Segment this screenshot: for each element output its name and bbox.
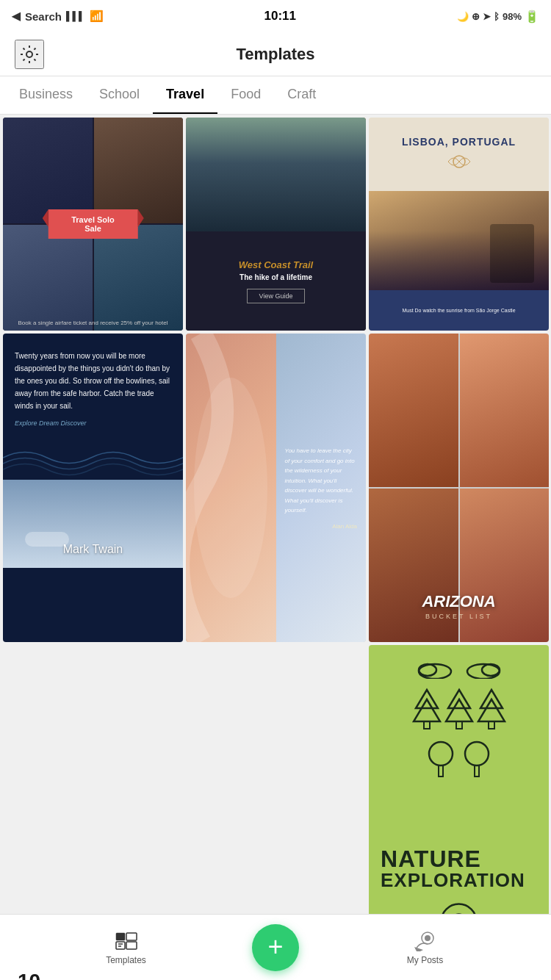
- battery-icon: 🔋: [525, 10, 539, 24]
- app-header: Templates: [0, 32, 551, 76]
- card-6-title: ARIZONA: [369, 592, 549, 611]
- status-search-label: Search: [25, 10, 62, 23]
- content-area: Travel Solo Sale Book a single airfare t…: [0, 115, 551, 980]
- create-fab[interactable]: +: [252, 924, 299, 971]
- tab-business[interactable]: Business: [6, 76, 86, 115]
- svg-marker-52: [414, 947, 423, 951]
- category-tabs: Business School Travel Food Craft: [0, 76, 551, 115]
- bushy-tree-icons: [381, 738, 537, 778]
- card-4-quote: Twenty years from now you will be more d…: [15, 350, 171, 412]
- page-title: Templates: [236, 45, 314, 64]
- svg-point-51: [425, 935, 431, 941]
- card-1-subtitle: Book a single airfare ticket and receive…: [3, 320, 183, 326]
- status-time: 10:11: [264, 9, 296, 24]
- status-bar: ◀ Search ▌▌▌ 📶 10:11 🌙 ⊕ ➤ ᛒ 98% 🔋: [0, 0, 551, 32]
- tab-food[interactable]: Food: [217, 76, 274, 115]
- svg-rect-47: [126, 942, 137, 949]
- my-posts-nav-label: My Posts: [407, 955, 443, 965]
- template-card-travel-solo[interactable]: Travel Solo Sale Book a single airfare t…: [3, 118, 183, 331]
- template-card-west-coast[interactable]: West Coast Trail The hike of a lifetime …: [186, 118, 366, 331]
- card-4-author: Mark Twain: [63, 543, 123, 556]
- template-card-lisboa[interactable]: LISBOA, PORTUGAL Must Do watch the sunri…: [369, 118, 549, 331]
- svg-marker-11: [446, 699, 472, 721]
- template-grid: Travel Solo Sale Book a single airfare t…: [0, 115, 551, 980]
- swirl-left-decoration: [186, 334, 276, 642]
- back-arrow: ◀: [12, 10, 21, 23]
- svg-rect-45: [116, 942, 125, 949]
- waves-decoration: [3, 436, 183, 480]
- card-4-tagline: Explore Dream Discover: [15, 419, 171, 427]
- card-1-badge-text: Travel Solo Sale: [71, 215, 115, 233]
- svg-marker-14: [478, 699, 505, 721]
- svg-rect-44: [116, 933, 125, 940]
- svg-point-16: [429, 742, 453, 765]
- card-5-quote: You have to leave the city of your comfo…: [285, 446, 358, 516]
- ornament-icon: [441, 151, 478, 173]
- wifi-icon: 📶: [90, 10, 104, 23]
- svg-point-4: [419, 664, 436, 676]
- moon-icon: 🌙: [457, 11, 469, 22]
- card-3-title: LISBOA, PORTUGAL: [402, 136, 516, 148]
- card-2-title: West Coast Trail: [239, 259, 313, 270]
- svg-point-6: [482, 664, 500, 676]
- svg-rect-15: [489, 721, 494, 729]
- bluetooth-icon: ᛒ: [494, 11, 500, 22]
- signal-icon: ▌▌▌: [66, 11, 85, 21]
- plus-icon: +: [267, 934, 283, 960]
- nav-my-posts[interactable]: My Posts: [299, 930, 551, 965]
- status-left: ◀ Search ▌▌▌ 📶: [12, 10, 104, 23]
- templates-icon: [115, 930, 137, 952]
- card-2-view-guide-btn[interactable]: View Guide: [247, 289, 306, 303]
- battery-label: 98%: [503, 11, 522, 22]
- status-right: 🌙 ⊕ ➤ ᛒ 98% 🔋: [457, 10, 539, 24]
- svg-rect-12: [456, 721, 462, 729]
- card-7-title-line1: NATURE: [381, 847, 537, 871]
- settings-button[interactable]: [15, 40, 44, 69]
- template-card-motivational[interactable]: You have to leave the city of your comfo…: [186, 334, 366, 642]
- card-6-subtitle: BUCKET LIST: [369, 613, 549, 620]
- svg-rect-46: [126, 933, 137, 940]
- tree-icons: [381, 686, 537, 730]
- card-5-attribution: Alan Alda: [332, 523, 357, 530]
- template-card-nature-exploration[interactable]: NATURE EXPLORATION: [369, 645, 549, 954]
- location-icon: ➤: [483, 11, 491, 22]
- lock-icon: ⊕: [472, 11, 480, 22]
- svg-marker-8: [414, 699, 440, 721]
- svg-rect-9: [424, 721, 430, 729]
- card-8-num: 10: [18, 971, 168, 980]
- template-card-arizona[interactable]: ARIZONA BUCKET LIST: [369, 334, 549, 642]
- nature-icons: [381, 657, 537, 679]
- svg-rect-17: [439, 765, 443, 777]
- template-card-10-trips[interactable]: 10 TRIPS OF A LIFETIME SWIPE UP TO KNOW …: [3, 956, 183, 980]
- svg-point-18: [465, 742, 489, 765]
- template-card-mark-twain[interactable]: Twenty years from now you will be more d…: [3, 334, 183, 642]
- svg-rect-19: [475, 765, 479, 777]
- tab-craft[interactable]: Craft: [274, 76, 329, 115]
- tab-travel[interactable]: Travel: [153, 76, 217, 115]
- card-3-caption: Must Do watch the sunrise from São Jorge…: [402, 307, 515, 314]
- card-2-subtitle: The hike of a lifetime: [240, 273, 312, 281]
- my-posts-icon: [414, 930, 436, 952]
- tab-school[interactable]: School: [86, 76, 153, 115]
- card-7-title-line2: EXPLORATION: [381, 871, 537, 890]
- svg-point-0: [26, 51, 32, 57]
